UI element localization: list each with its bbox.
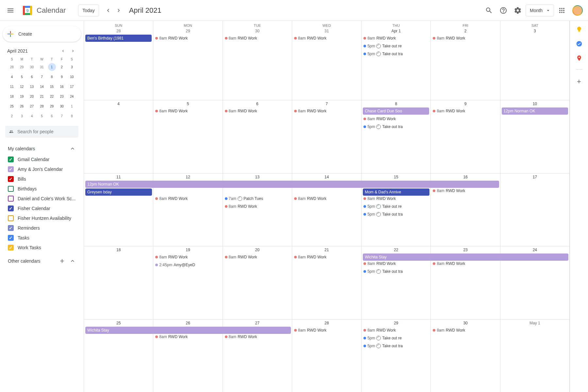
day-cell[interactable]: 218amRWD Work — [292, 246, 361, 319]
day-cell[interactable]: 28Ben's Birthday (1981 — [84, 27, 153, 100]
mini-day-cell[interactable]: 2 — [8, 112, 16, 120]
tasks-icon[interactable] — [576, 41, 582, 47]
day-cell[interactable]: 308amRWD Work — [431, 319, 500, 392]
timed-event[interactable]: 5pmTake out tra — [363, 342, 429, 350]
day-cell[interactable]: 288amRWD Work — [292, 319, 361, 392]
timed-event[interactable]: 8amRWD Work — [155, 107, 221, 115]
timed-event[interactable]: 8amRWD Work — [155, 35, 221, 42]
view-selector[interactable]: Month — [526, 5, 554, 16]
mini-day-cell[interactable]: 18 — [8, 92, 16, 100]
timed-event[interactable]: 8amRWD Work — [363, 327, 429, 334]
mini-day-cell[interactable]: 27 — [28, 102, 36, 110]
day-cell[interactable]: 58amRWD Work — [153, 100, 223, 173]
calendar-list-item[interactable]: Work Tasks — [5, 243, 78, 253]
mini-day-cell[interactable]: 5 — [38, 112, 46, 120]
timed-event[interactable]: 8amRWD Work — [224, 253, 291, 261]
mini-day-cell[interactable]: 2 — [58, 63, 66, 71]
mini-day-cell[interactable]: 10 — [68, 73, 76, 81]
mini-day-cell[interactable]: 21 — [38, 92, 46, 100]
timed-event[interactable]: 5pmTake out tra — [363, 50, 429, 57]
calendar-checkbox[interactable] — [8, 166, 14, 172]
mini-day-cell[interactable]: 17 — [68, 83, 76, 90]
timed-event[interactable]: 5pmTake out re — [363, 42, 429, 50]
timed-event[interactable]: 8amRWD Work — [294, 253, 360, 261]
mini-day-cell[interactable]: 23 — [58, 92, 66, 100]
calendar-list-item[interactable]: Reminders — [5, 223, 78, 233]
day-cell[interactable]: 28amRWD Work — [431, 27, 500, 100]
google-apps-button[interactable] — [555, 4, 568, 17]
day-cell[interactable]: 98amRWD Work — [431, 100, 500, 173]
day-cell[interactable]: 198amRWD Work2:45pmAmy@EyeD — [153, 246, 223, 319]
calendar-list-item[interactable]: Tasks — [5, 233, 78, 243]
timed-event[interactable]: 5pmTake out tra — [363, 268, 429, 275]
mini-day-cell[interactable]: 5 — [18, 73, 26, 81]
mini-day-cell[interactable]: 16 — [58, 83, 66, 90]
calendar-checkbox[interactable] — [8, 176, 14, 182]
mini-day-cell[interactable]: 7 — [58, 112, 66, 120]
add-calendar-icon[interactable] — [59, 258, 65, 264]
day-cell[interactable]: 208amRWD Work — [223, 246, 292, 319]
mini-day-cell[interactable]: 14 — [38, 83, 46, 90]
calendar-checkbox[interactable] — [8, 225, 14, 231]
timed-event[interactable]: 5pmTake out re — [363, 335, 429, 342]
search-people-input[interactable] — [17, 129, 75, 134]
mini-day-cell[interactable]: 19 — [18, 92, 26, 100]
day-cell[interactable]: 3 — [500, 27, 570, 100]
timed-event[interactable]: 7amPatch Tues — [224, 195, 291, 202]
timed-event[interactable]: 8amRWD Work — [432, 107, 498, 115]
calendar-checkbox[interactable] — [8, 205, 14, 211]
calendar-checkbox[interactable] — [8, 186, 14, 192]
day-cell[interactable]: 1012pm Norman OK — [500, 100, 570, 173]
day-cell[interactable]: 298amRWD Work5pmTake out re5pmTake out t… — [361, 319, 431, 392]
timed-event[interactable]: 8amRWD Work — [432, 327, 498, 334]
timed-event[interactable]: 5pmTake out re — [363, 203, 429, 210]
multi-day-event[interactable]: Wichita Stay — [85, 327, 291, 334]
timed-event[interactable]: 8amRWD Work — [294, 107, 360, 115]
multi-day-event[interactable]: Mom & Dad's Annive — [363, 188, 429, 196]
timed-event[interactable]: 8amRWD Work — [155, 195, 221, 202]
mini-day-cell[interactable]: 1 — [48, 63, 56, 71]
mini-day-cell[interactable]: 15 — [48, 83, 56, 90]
mini-prev-button[interactable] — [61, 49, 65, 53]
day-cell[interactable]: 4 — [84, 100, 153, 173]
mini-day-cell[interactable]: 9 — [58, 73, 66, 81]
mini-day-cell[interactable]: 1 — [68, 102, 76, 110]
timed-event[interactable]: 5pmTake out tra — [363, 211, 429, 218]
timed-event[interactable]: 8amRWD Work — [363, 115, 429, 122]
mini-day-cell[interactable]: 4 — [8, 73, 16, 81]
timed-event[interactable]: 8amRWD Work — [224, 35, 291, 42]
mini-day-cell[interactable]: 26 — [18, 102, 26, 110]
add-addon-button[interactable]: + — [577, 77, 581, 86]
multi-day-event[interactable]: Greysen bday — [85, 188, 152, 196]
search-button[interactable] — [482, 4, 496, 17]
mini-day-cell[interactable]: 8 — [48, 73, 56, 81]
timed-event[interactable]: 8amRWD Work — [155, 333, 221, 340]
calendar-checkbox[interactable] — [8, 235, 14, 241]
calendar-list-item[interactable]: Birthdays — [5, 184, 78, 194]
timed-event[interactable]: 8amRWD Work — [432, 187, 498, 194]
day-cell[interactable]: 318amRWD Work — [292, 27, 361, 100]
account-avatar[interactable] — [572, 5, 583, 16]
timed-event[interactable]: 8amRWD Work — [363, 260, 429, 267]
mini-day-cell[interactable]: 25 — [8, 102, 16, 110]
prev-period-button[interactable] — [103, 5, 113, 16]
calendar-list-item[interactable]: Gmail Calendar — [5, 155, 78, 164]
calendar-list-item[interactable]: Bills — [5, 174, 78, 184]
my-calendars-header[interactable]: My calendars — [5, 143, 78, 155]
support-button[interactable] — [497, 4, 510, 17]
day-cell[interactable]: 17 — [500, 173, 570, 246]
mini-day-cell[interactable]: 13 — [28, 83, 36, 90]
day-cell[interactable]: 308amRWD Work — [223, 27, 292, 100]
main-menu-button[interactable] — [3, 3, 18, 18]
next-period-button[interactable] — [113, 5, 124, 16]
calendar-list-item[interactable]: Fisher Calendar — [5, 204, 78, 213]
mini-day-cell[interactable]: 6 — [28, 73, 36, 81]
timed-event[interactable]: 8amRWD Work — [363, 195, 429, 202]
mini-day-cell[interactable]: 12 — [18, 83, 26, 90]
timed-event[interactable]: 5pmTake out tra — [363, 123, 429, 130]
all-day-event[interactable]: Ben's Birthday (1981 — [85, 35, 152, 42]
calendar-checkbox[interactable] — [8, 196, 14, 202]
today-button[interactable]: Today — [78, 5, 99, 16]
other-calendars-header[interactable]: Other calendars — [5, 255, 78, 267]
multi-day-event[interactable]: 12pm Norman OK — [85, 181, 499, 188]
